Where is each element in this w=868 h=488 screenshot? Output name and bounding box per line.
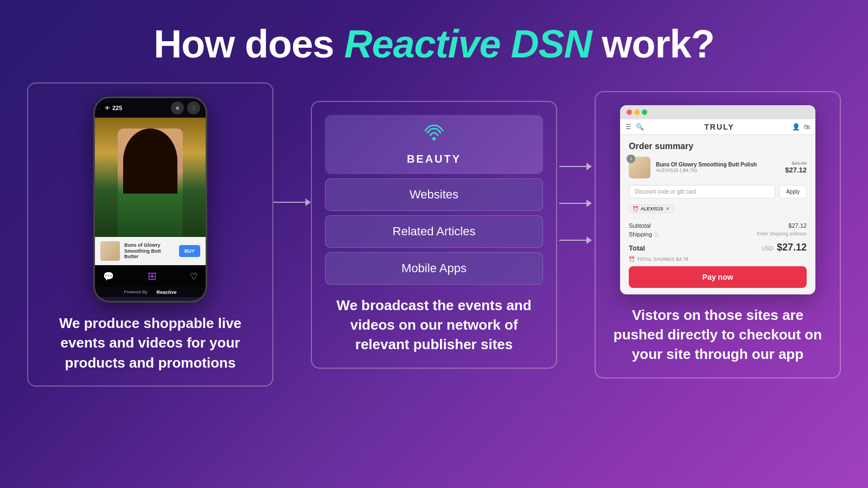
- old-price: $31.90: [785, 160, 807, 166]
- window-controls: [627, 110, 647, 115]
- heart-icon[interactable]: ♡: [190, 271, 197, 281]
- order-item-image: 1: [629, 157, 650, 178]
- phone-video: [95, 118, 206, 237]
- broadcast-item-apps: Mobile Apps: [325, 252, 543, 285]
- header-prefix: How does: [154, 22, 344, 66]
- phone-top-bar: 👁 225 ✕ ⋮: [95, 98, 206, 118]
- card3-description: Vistors on those sites are pushed direct…: [609, 305, 827, 364]
- coupon-tag: ⏰ ALEXIS15 ✕: [629, 204, 674, 213]
- more-btn[interactable]: ⋮: [187, 101, 200, 114]
- currency-label: USD: [762, 246, 773, 252]
- browser-right-icons: 👤 🛍: [792, 123, 810, 131]
- coupon-icon: ⏰: [633, 206, 639, 211]
- arrow-websites: [559, 163, 592, 170]
- coupon-code: ALEXIS15: [641, 206, 663, 211]
- list-icon[interactable]: ⊞: [148, 269, 157, 282]
- pay-now-button[interactable]: Pay now: [629, 266, 807, 288]
- subtotal-row: Subtotal $27.12: [629, 222, 807, 229]
- product-info: Buns of Glowry Smoothing Butt Butter: [124, 242, 175, 260]
- broadcast-container: BEAUTY Websites Related Articles Mobile …: [325, 115, 543, 285]
- arrow-articles: [559, 200, 592, 207]
- wifi-icon: [347, 124, 521, 150]
- subtotal-label: Subtotal: [629, 222, 650, 229]
- discount-input[interactable]: Discount code or gift card: [629, 185, 776, 198]
- phone-mockup: 👁 225 ✕ ⋮ Buns of Glowry Smoo: [93, 97, 207, 303]
- savings-row: ⏰ TOTAL SAVINGS $4.78: [629, 256, 807, 262]
- video-person: [118, 129, 183, 237]
- powered-text: Powered By: [124, 290, 147, 294]
- main-content: 👁 225 ✕ ⋮ Buns of Glowry Smoo: [0, 82, 868, 387]
- apply-button[interactable]: Apply: [779, 185, 807, 198]
- minimize-dot: [634, 110, 640, 115]
- close-btn[interactable]: ✕: [171, 101, 184, 114]
- browser-bar: ☰ 🔍 TRULY 👤 🛍: [620, 119, 815, 135]
- card2-description: We broadcast the events and videos on ou…: [325, 296, 543, 355]
- order-item-info: Buns Of Glowry Smoothing Butt Polish ALE…: [656, 162, 780, 173]
- card1-description: We produce shoppable live events and vid…: [41, 313, 259, 373]
- eye-icon: 👁: [105, 105, 110, 111]
- phone-product-bar: Buns of Glowry Smoothing Butt Butter BUY: [95, 237, 206, 265]
- broadcast-item-websites: Websites: [325, 178, 543, 211]
- chat-icon[interactable]: 💬: [103, 271, 114, 281]
- card3-inner: ☰ 🔍 TRULY 👤 🛍 Order summary 1: [609, 105, 827, 294]
- total-final-row: Total USD $27.12: [629, 242, 807, 253]
- card-live-events: 👁 225 ✕ ⋮ Buns of Glowry Smoo: [27, 82, 273, 387]
- total-label: Total: [629, 244, 645, 252]
- cart-icon[interactable]: 🛍: [803, 123, 810, 131]
- card2-inner: BEAUTY Websites Related Articles Mobile …: [325, 115, 543, 285]
- shipping-value: Enter shipping address: [757, 231, 807, 239]
- broadcast-apps-label: Mobile Apps: [401, 261, 467, 275]
- titlebar: [620, 105, 815, 119]
- discount-row: Discount code or gift card Apply: [629, 185, 807, 198]
- total-final-value: $27.12: [777, 242, 807, 253]
- order-product-code: ALEXIS15 (-$4.78): [656, 168, 780, 173]
- card1-inner: 👁 225 ✕ ⋮ Buns of Glowry Smoo: [41, 97, 259, 303]
- broadcast-articles-label: Related Articles: [393, 224, 476, 238]
- hamburger-icon[interactable]: ☰: [626, 123, 631, 131]
- user-icon[interactable]: 👤: [792, 123, 800, 131]
- order-product-name: Buns Of Glowry Smoothing Butt Polish: [656, 162, 780, 168]
- view-count: 225: [112, 105, 122, 111]
- shipping-row: Shipping ⓘ Enter shipping address: [629, 231, 807, 239]
- phone-actions: ✕ ⋮: [171, 101, 200, 114]
- order-title: Order summary: [629, 142, 807, 151]
- subtotal-value: $27.12: [788, 222, 807, 229]
- order-item-prices: $31.90 $27.12: [785, 160, 807, 174]
- checkout-body: Order summary 1 Buns Of Glowry Smoothing…: [620, 135, 815, 294]
- arrows-mid-right: [557, 163, 595, 244]
- maximize-dot: [642, 110, 647, 115]
- browser-search-icon[interactable]: 🔍: [636, 123, 647, 131]
- order-item-row: 1 Buns Of Glowry Smoothing Butt Polish A…: [629, 157, 807, 178]
- phone-bottom-bar: 💬 ⊞ ♡: [95, 265, 206, 287]
- current-price: $27.12: [785, 166, 807, 174]
- page-header: How does Reactive DSN work?: [0, 0, 868, 82]
- arrow-apps: [559, 236, 592, 244]
- order-totals: Subtotal $27.12 Shipping ⓘ Enter shippin…: [629, 217, 807, 262]
- svg-point-0: [432, 137, 436, 140]
- phone-views: 👁 225: [100, 103, 126, 113]
- checkout-mockup: ☰ 🔍 TRULY 👤 🛍 Order summary 1: [620, 105, 815, 294]
- product-thumbnail: [100, 241, 120, 261]
- card-broadcast: BEAUTY Websites Related Articles Mobile …: [311, 101, 557, 369]
- item-badge: 1: [627, 155, 635, 163]
- powered-by-bar: Powered By ⚙ Reactive: [95, 287, 206, 297]
- broadcast-item-articles: Related Articles: [325, 215, 543, 248]
- product-name: Buns of Glowry Smoothing Butt Butter: [124, 242, 175, 260]
- coupon-remove[interactable]: ✕: [666, 206, 670, 211]
- broadcast-category: BEAUTY: [347, 153, 521, 165]
- savings-icon: ⏰: [629, 256, 635, 262]
- shipping-label: Shipping ⓘ: [629, 231, 659, 239]
- close-dot: [627, 110, 632, 115]
- savings-text: TOTAL SAVINGS $4.78: [637, 256, 688, 262]
- broadcast-header: BEAUTY: [325, 115, 543, 174]
- reactive-logo: Reactive: [157, 290, 177, 295]
- buy-button[interactable]: BUY: [179, 245, 200, 257]
- header-brand: Reactive DSN: [344, 22, 591, 66]
- arrow-left-mid: [273, 198, 311, 206]
- site-brand: TRULY: [651, 123, 788, 131]
- card-checkout: ☰ 🔍 TRULY 👤 🛍 Order summary 1: [595, 91, 841, 378]
- header-suffix: work?: [592, 22, 714, 66]
- broadcast-websites-label: Websites: [410, 188, 458, 201]
